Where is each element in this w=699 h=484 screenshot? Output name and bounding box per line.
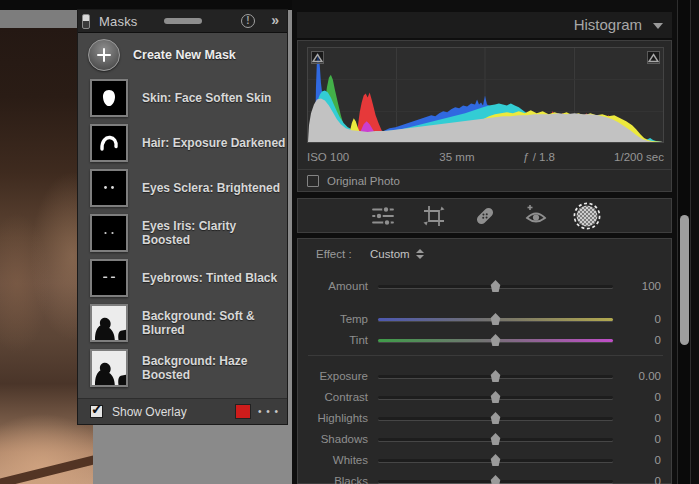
slider-label: Whites (298, 454, 368, 466)
contrast-slider[interactable] (378, 390, 613, 404)
mask-item-eyes-sclera[interactable]: Eyes Sclera: Brightened (78, 165, 287, 210)
histogram-block: ISO 100 35 mm ƒ / 1.8 1/200 sec Original… (297, 40, 672, 192)
crop-tool-icon[interactable] (419, 203, 449, 229)
slider-handle[interactable] (490, 391, 502, 403)
masks-panel-footer: ✓ Show Overlay • • • (78, 398, 287, 424)
effect-row: Effect : Custom (298, 248, 671, 266)
slider-value: 0.00 (613, 370, 671, 382)
mask-item-background-haze[interactable]: Background: Haze Boosted (78, 345, 287, 390)
exposure-slider-row: Exposure 0.00 (298, 367, 671, 385)
plus-icon[interactable] (88, 39, 120, 71)
mask-thumbnail-eyes (90, 214, 128, 252)
mask-item-hair[interactable]: Hair: Exposure Darkened (78, 120, 287, 165)
divider (308, 355, 663, 356)
slider-label: Highlights (298, 412, 368, 424)
scrollbar-thumb[interactable] (680, 215, 689, 345)
aperture-value: ƒ / 1.8 (500, 151, 579, 163)
mask-item-label: Background: Haze Boosted (142, 354, 287, 382)
mask-item-label: Eyes Sclera: Brightened (142, 181, 280, 195)
tool-strip (297, 198, 672, 233)
mask-thumbnail-eyebrows (90, 259, 128, 297)
slider-value: 0 (613, 313, 671, 325)
effect-label: Effect : (316, 248, 352, 260)
slider-label: Shadows (298, 433, 368, 445)
more-options-icon[interactable]: • • • (258, 406, 279, 417)
amount-slider[interactable] (378, 279, 613, 293)
slider-handle[interactable] (490, 412, 502, 424)
exif-metadata-row: ISO 100 35 mm ƒ / 1.8 1/200 sec (307, 147, 664, 167)
histogram-chart[interactable] (307, 47, 664, 143)
mask-thumbnail-silhouette (90, 349, 128, 387)
develop-right-panel: Histogram (292, 0, 699, 484)
drag-handle[interactable] (164, 18, 202, 24)
slider-handle[interactable] (490, 334, 502, 346)
tint-slider[interactable] (378, 333, 613, 347)
mask-item-background-blur[interactable]: Background: Soft & Blurred (78, 300, 287, 345)
whites-slider-row: Whites 0 (298, 451, 671, 469)
mask-item-eyes-iris[interactable]: Eyes Iris: Clarity Boosted (78, 210, 287, 255)
mask-thumbnail-hair (90, 124, 128, 162)
show-overlay-checkbox[interactable]: ✓ (90, 405, 103, 418)
slider-value: 0 (613, 391, 671, 403)
mask-thumbnail-face (90, 79, 128, 117)
histogram-panel-header[interactable]: Histogram (297, 12, 672, 38)
red-eye-tool-icon[interactable] (521, 203, 551, 229)
masks-panel-title: Masks (99, 14, 138, 29)
shadow-clipping-indicator[interactable] (311, 51, 324, 64)
blacks-slider-row: Blacks 0 (298, 472, 671, 484)
highlights-slider[interactable] (378, 411, 613, 425)
mask-item-label: Background: Soft & Blurred (142, 309, 287, 337)
slider-handle[interactable] (490, 313, 502, 325)
temp-slider-row: Temp 0 (298, 310, 671, 328)
slider-value: 0 (613, 334, 671, 346)
mask-thumbnail-eyes (90, 169, 128, 207)
slider-label: Tint (298, 334, 368, 346)
original-photo-checkbox[interactable] (307, 175, 319, 187)
create-new-mask-label: Create New Mask (133, 48, 236, 62)
show-overlay-label: Show Overlay (112, 405, 187, 419)
whites-slider[interactable] (378, 453, 613, 467)
panel-toggle-icon[interactable] (82, 14, 90, 29)
healing-brush-tool-icon[interactable] (470, 203, 500, 229)
effect-preset-select[interactable]: Custom (370, 248, 424, 260)
histogram-title: Histogram (574, 16, 642, 33)
original-photo-row[interactable]: Original Photo (307, 170, 664, 191)
slider-label: Exposure (298, 370, 368, 382)
create-new-mask-button[interactable]: Create New Mask (78, 33, 287, 75)
mask-item-skin[interactable]: Skin: Face Soften Skin (78, 75, 287, 120)
slider-label: Amount (298, 280, 368, 292)
shutter-speed-value: 1/200 sec (578, 151, 664, 163)
blacks-slider[interactable] (378, 474, 613, 484)
temp-slider[interactable] (378, 312, 613, 326)
exposure-slider[interactable] (378, 369, 613, 383)
shadows-slider[interactable] (378, 432, 613, 446)
panel-scrollbar[interactable] (677, 0, 691, 484)
slider-handle[interactable] (490, 370, 502, 382)
effect-preset-value: Custom (370, 248, 410, 260)
highlights-slider-row: Highlights 0 (298, 409, 671, 427)
help-icon[interactable]: ! (241, 14, 255, 28)
collapse-panel-icon[interactable]: » (271, 12, 279, 28)
original-photo-label: Original Photo (327, 175, 400, 187)
slider-label: Contrast (298, 391, 368, 403)
chevron-down-icon[interactable] (653, 23, 663, 29)
slider-handle[interactable] (490, 280, 502, 292)
focal-length-value: 35 mm (414, 151, 500, 163)
edit-adjustments-tool-icon[interactable] (368, 203, 398, 229)
slider-value: 100 (613, 280, 671, 292)
slider-value: 0 (613, 454, 671, 466)
lightroom-window: Masks ! » Create New Mask Skin: Face Sof… (0, 0, 699, 484)
masking-tool-icon-active[interactable] (572, 203, 602, 229)
slider-handle[interactable] (490, 433, 502, 445)
slider-value: 0 (613, 433, 671, 445)
contrast-slider-row: Contrast 0 (298, 388, 671, 406)
masks-panel-header[interactable]: Masks ! » (78, 10, 287, 33)
mask-item-eyebrows[interactable]: Eyebrows: Tinted Black (78, 255, 287, 300)
mask-item-label: Hair: Exposure Darkened (142, 136, 285, 150)
highlight-clipping-indicator[interactable] (647, 51, 660, 64)
slider-label: Temp (298, 313, 368, 325)
checkmark-icon: ✓ (91, 402, 103, 416)
slider-handle[interactable] (490, 454, 502, 466)
slider-value: 0 (613, 412, 671, 424)
overlay-color-swatch[interactable] (235, 404, 251, 419)
